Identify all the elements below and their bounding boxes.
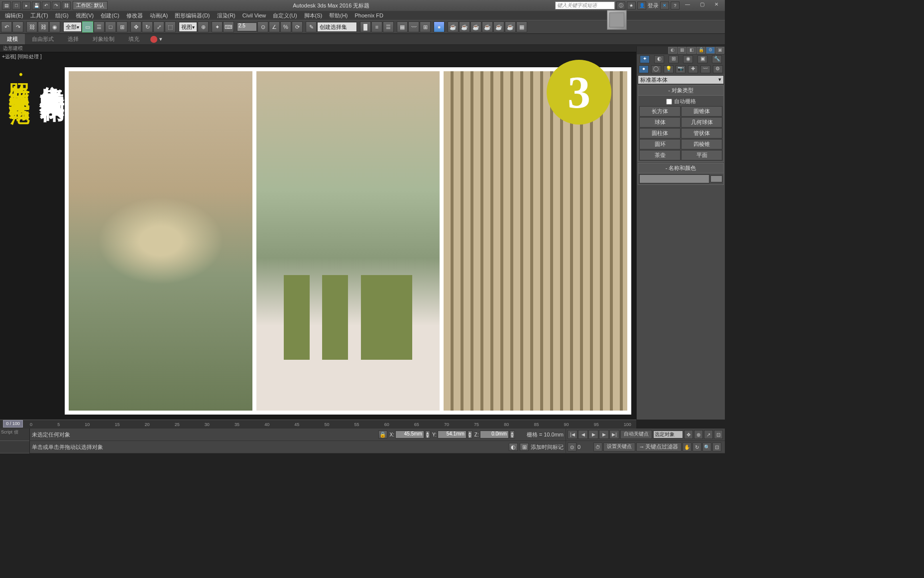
spinner-snap-icon[interactable]: ⟳ — [292, 21, 303, 32]
z-coord-input[interactable]: 0.0mm — [480, 431, 509, 438]
layer-icon[interactable]: ☰ — [383, 21, 394, 32]
menu-modifiers[interactable]: 修改器 — [123, 11, 146, 20]
window-crossing-icon[interactable]: ⊞ — [116, 21, 127, 32]
autokey-button[interactable]: 自动关键点 — [620, 430, 652, 439]
ribbon-tab-objectpaint[interactable]: 对象绘制 — [86, 34, 121, 44]
tab-isolate-icon[interactable]: ◐ — [668, 47, 677, 54]
select-tool-icon[interactable]: ▭ — [82, 21, 93, 32]
percent-snap-icon[interactable]: % — [280, 21, 291, 32]
create-tab-icon[interactable]: ✦ — [640, 55, 650, 63]
info-icon[interactable]: ⓘ — [616, 1, 625, 9]
object-name-input[interactable] — [639, 174, 709, 183]
angle-snap-icon[interactable]: ∠ — [269, 21, 280, 32]
time-tag[interactable]: 添加时间标记 — [531, 443, 564, 451]
nav-orbit-icon[interactable]: ↻ — [693, 442, 701, 451]
shapes-icon[interactable]: ◯ — [651, 65, 661, 73]
render-last-icon[interactable]: ▦ — [516, 21, 527, 32]
maximize-button[interactable]: ▢ — [695, 1, 708, 9]
redo-tool-icon[interactable]: ↷ — [12, 21, 23, 32]
prev-frame-icon[interactable]: ◀ — [578, 430, 588, 439]
move-tool-icon[interactable]: ✥ — [130, 21, 141, 32]
undo-icon[interactable]: ↶ — [42, 1, 51, 9]
place-tool-icon[interactable]: ⬚ — [165, 21, 176, 32]
key-mode-icon[interactable]: ⊙ — [568, 442, 577, 451]
render-active-icon[interactable]: ☕ — [505, 21, 516, 32]
render-prod-icon[interactable]: ☕ — [482, 21, 493, 32]
macro-recorder[interactable] — [0, 441, 29, 453]
prim-sphere-button[interactable]: 球体 — [639, 117, 681, 128]
key-mode-combo[interactable]: 选定对象 — [653, 431, 683, 438]
prim-geosphere-button[interactable]: 几何球体 — [681, 117, 722, 128]
star-icon[interactable]: ★ — [627, 1, 636, 9]
user-icon[interactable]: 👤 — [637, 1, 646, 9]
menu-civil[interactable]: Civil View — [239, 12, 269, 19]
material-editor-icon[interactable]: ● — [434, 21, 445, 32]
mirror-icon[interactable]: ▐▌ — [360, 21, 371, 32]
nav-max-icon[interactable]: ⊡ — [712, 442, 721, 451]
nav-set2-icon[interactable]: ⊕ — [694, 430, 703, 439]
time-config-icon[interactable]: ⏱ — [593, 442, 602, 451]
link-icon[interactable]: ⛓ — [62, 1, 71, 9]
link-tool-icon[interactable]: ⛓ — [26, 21, 37, 32]
y-spinner[interactable]: ▴▾ — [467, 431, 472, 438]
helpers-icon[interactable]: ✚ — [688, 65, 698, 73]
prim-pyramid-button[interactable]: 四棱锥 — [681, 139, 722, 149]
curve-editor-icon[interactable]: 〰 — [408, 21, 419, 32]
current-frame-input[interactable]: 0 — [578, 444, 592, 450]
display-tab-icon[interactable]: ▣ — [697, 55, 707, 63]
next-frame-icon[interactable]: ▶ — [599, 430, 609, 439]
viewcube[interactable] — [602, 10, 631, 39]
xref-icon[interactable]: ⊞ — [520, 443, 529, 451]
prim-box-button[interactable]: 长方体 — [639, 106, 681, 117]
ribbon-tab-modeling[interactable]: 建模 — [0, 34, 25, 44]
viewport[interactable]: +远视] [明暗处理 ] 照片级 · 零基础示范 售楼处家具制作 3 — [0, 52, 636, 420]
rollout-header-2[interactable]: - 名称和颜色 — [638, 163, 723, 173]
setkey-button[interactable]: 设置关键点 — [603, 442, 635, 451]
scale-tool-icon[interactable]: ⤢ — [153, 21, 164, 32]
x-coord-input[interactable]: 45.5mm — [395, 431, 424, 438]
prim-teapot-button[interactable]: 茶壶 — [639, 150, 681, 160]
prim-tube-button[interactable]: 管状体 — [681, 128, 722, 139]
snap-toggle-icon[interactable]: ⊙ — [257, 21, 268, 32]
menu-group[interactable]: 组(G) — [52, 11, 72, 20]
menu-script[interactable]: 脚本(S) — [301, 11, 326, 20]
manipulate-icon[interactable]: ✦ — [212, 21, 223, 32]
goto-start-icon[interactable]: |◀ — [568, 430, 578, 439]
pivot-icon[interactable]: ⊕ — [198, 21, 209, 32]
edit-selset-icon[interactable]: ✎ — [306, 21, 317, 32]
nav-set4-icon[interactable]: ⊡ — [714, 430, 723, 439]
key-filters-button[interactable]: ⊸ 关键点过滤器 — [636, 442, 682, 451]
prim-plane-button[interactable]: 平面 — [681, 150, 722, 160]
menu-create[interactable]: 创建(C) — [98, 11, 122, 20]
redo-icon[interactable]: ↷ — [52, 1, 61, 9]
timeline[interactable]: 0 / 100 0510 152025 303540 455055 606570… — [0, 420, 636, 429]
menu-help[interactable]: 帮助(H) — [326, 11, 350, 20]
cameras-icon[interactable]: 📷 — [676, 65, 686, 73]
schematic-view-icon[interactable]: ⊞ — [420, 21, 431, 32]
ribbon-tab-populate[interactable]: 填充 — [121, 34, 146, 44]
tab-lock-icon[interactable]: 🔒 — [696, 47, 705, 54]
prim-cylinder-button[interactable]: 圆柱体 — [639, 128, 681, 139]
workspace-selector[interactable]: 工作区: 默认 — [73, 1, 108, 10]
nav-set3-icon[interactable]: ↗ — [704, 430, 713, 439]
modify-tab-icon[interactable]: ◐ — [654, 55, 664, 63]
menu-animation[interactable]: 动画(A) — [147, 11, 171, 20]
nav-zoom-icon[interactable]: 🔍 — [702, 442, 711, 451]
play-icon[interactable]: ▶ — [588, 430, 598, 439]
tab-xview-icon[interactable]: ◧ — [687, 47, 696, 54]
menu-view[interactable]: 视图(V) — [73, 11, 97, 20]
maxscript-mini[interactable]: Script 侦 — [0, 429, 29, 441]
menu-render[interactable]: 渲染(R) — [214, 11, 238, 20]
autogrid-checkbox[interactable] — [666, 99, 672, 105]
goto-end-icon[interactable]: ▶| — [609, 430, 619, 439]
select-name-icon[interactable]: ☰ — [94, 21, 105, 32]
menu-phoenix[interactable]: Phoenix FD — [352, 12, 386, 19]
isolate-icon[interactable]: ◐ — [509, 443, 518, 451]
align-icon[interactable]: ≡ — [371, 21, 382, 32]
minimize-button[interactable]: — — [681, 1, 694, 9]
open-icon[interactable]: ▸ — [22, 1, 31, 9]
render-frame-icon[interactable]: ☕ — [459, 21, 470, 32]
unlink-tool-icon[interactable]: ⛓̷ — [38, 21, 49, 32]
login-label[interactable]: 登录 — [648, 2, 659, 9]
ribbon-record-icon[interactable] — [150, 36, 157, 43]
